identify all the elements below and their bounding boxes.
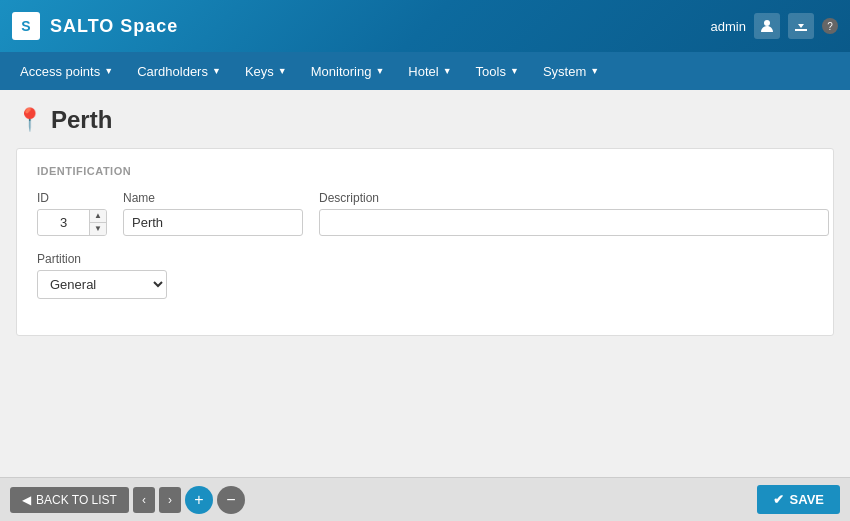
header-right: admin ?	[711, 13, 838, 39]
caret-icon: ▼	[104, 66, 113, 76]
save-label: SAVE	[790, 492, 824, 507]
nav-access-points[interactable]: Access points ▼	[8, 52, 125, 90]
next-icon: ›	[168, 493, 172, 507]
id-increment-button[interactable]: ▲	[90, 210, 106, 223]
back-label: BACK TO LIST	[36, 493, 117, 507]
help-area: ?	[822, 18, 838, 34]
form-row-1: ID ▲ ▼ Name Description	[37, 191, 813, 236]
header: S SALTO Space admin ?	[0, 0, 850, 52]
add-button[interactable]: +	[185, 486, 213, 514]
id-spinners: ▲ ▼	[89, 210, 106, 235]
id-group: ID ▲ ▼	[37, 191, 107, 236]
partition-select[interactable]: General	[37, 270, 167, 299]
prev-icon: ‹	[142, 493, 146, 507]
app-title: SALTO Space	[50, 16, 178, 37]
id-decrement-button[interactable]: ▼	[90, 223, 106, 235]
help-icon[interactable]: ?	[822, 18, 838, 34]
footer: ◀ BACK TO LIST ‹ › + − ✔ SAVE	[0, 477, 850, 521]
add-icon: +	[194, 492, 203, 508]
back-to-list-button[interactable]: ◀ BACK TO LIST	[10, 487, 129, 513]
nav-tools[interactable]: Tools ▼	[464, 52, 531, 90]
caret-icon: ▼	[278, 66, 287, 76]
footer-left: ◀ BACK TO LIST ‹ › + −	[10, 486, 245, 514]
footer-right: ✔ SAVE	[757, 485, 840, 514]
nav-hotel[interactable]: Hotel ▼	[396, 52, 463, 90]
save-button[interactable]: ✔ SAVE	[757, 485, 840, 514]
form-row-2: Partition General	[37, 252, 813, 299]
navbar: Access points ▼ Cardholders ▼ Keys ▼ Mon…	[0, 52, 850, 90]
svg-point-0	[764, 20, 770, 26]
nav-keys[interactable]: Keys ▼	[233, 52, 299, 90]
caret-icon: ▼	[590, 66, 599, 76]
caret-icon: ▼	[510, 66, 519, 76]
description-group: Description	[319, 191, 829, 236]
id-spinner-wrapper: ▲ ▼	[37, 209, 107, 236]
logo-letter: S	[21, 18, 30, 34]
back-arrow-icon: ◀	[22, 493, 31, 507]
prev-button[interactable]: ‹	[133, 487, 155, 513]
download-icon[interactable]	[788, 13, 814, 39]
svg-rect-1	[795, 29, 807, 31]
name-input[interactable]	[123, 209, 303, 236]
main-content: 📍 Perth IDENTIFICATION ID ▲ ▼ Name	[0, 90, 850, 477]
name-group: Name	[123, 191, 303, 236]
admin-username: admin	[711, 19, 746, 34]
save-check-icon: ✔	[773, 492, 784, 507]
caret-icon: ▼	[375, 66, 384, 76]
next-button[interactable]: ›	[159, 487, 181, 513]
nav-system[interactable]: System ▼	[531, 52, 611, 90]
id-input[interactable]	[38, 210, 89, 235]
logo-box: S	[12, 12, 40, 40]
caret-icon: ▼	[443, 66, 452, 76]
remove-button[interactable]: −	[217, 486, 245, 514]
nav-monitoring[interactable]: Monitoring ▼	[299, 52, 397, 90]
nav-cardholders[interactable]: Cardholders ▼	[125, 52, 233, 90]
description-label: Description	[319, 191, 829, 205]
id-label: ID	[37, 191, 107, 205]
remove-icon: −	[226, 492, 235, 508]
description-input[interactable]	[319, 209, 829, 236]
logo-area: S SALTO Space	[12, 12, 178, 40]
name-label: Name	[123, 191, 303, 205]
page-title-area: 📍 Perth	[16, 106, 834, 134]
page-title: Perth	[51, 106, 112, 134]
location-pin-icon: 📍	[16, 107, 43, 133]
identification-card: IDENTIFICATION ID ▲ ▼ Name Description	[16, 148, 834, 336]
partition-group: Partition General	[37, 252, 167, 299]
caret-icon: ▼	[212, 66, 221, 76]
section-label: IDENTIFICATION	[37, 165, 813, 177]
partition-label: Partition	[37, 252, 167, 266]
user-icon[interactable]	[754, 13, 780, 39]
